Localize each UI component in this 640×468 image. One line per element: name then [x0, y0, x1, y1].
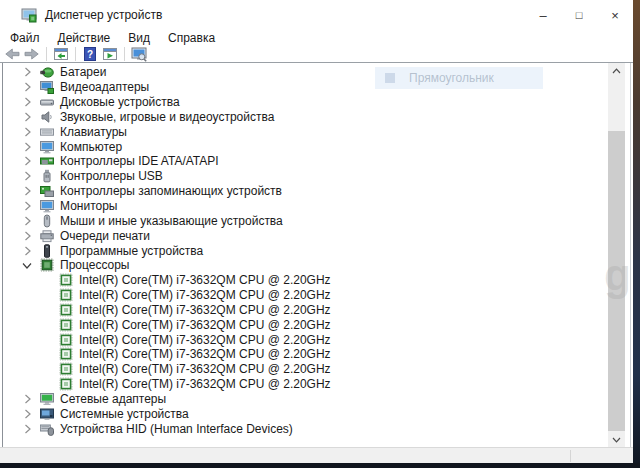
device-tree-panel: Батареи Видеоадаптеры Дисковые устройств… [2, 63, 631, 447]
sound-device-icon [40, 110, 54, 124]
close-button[interactable]: × [597, 0, 633, 30]
tree-item[interactable]: Intel(R) Core(TM) i7-3632QM CPU @ 2.20GH… [3, 273, 603, 288]
hid-device-icon [40, 422, 54, 436]
chevron-right-icon[interactable] [21, 214, 34, 227]
tree-item-label: Контроллеры USB [60, 169, 163, 183]
tree-item[interactable]: Контроллеры IDE ATA/ATAPI [3, 154, 603, 169]
tree-item[interactable]: Intel(R) Core(TM) i7-3632QM CPU @ 2.20GH… [3, 288, 603, 303]
menu-file[interactable]: Файл [1, 30, 49, 46]
annotation-ghost-overlay: Прямоугольник [375, 67, 543, 89]
tree-item-label: Контроллеры запоминающих устройств [60, 184, 282, 198]
tree-item[interactable]: Мыши и иные указывающие устройства [3, 213, 603, 228]
chevron-right-icon[interactable] [21, 155, 34, 168]
menu-help[interactable]: Справка [159, 30, 224, 46]
chevron-right-icon[interactable] [21, 185, 34, 198]
cpu-child-icon [59, 318, 73, 332]
chevron-right-icon[interactable] [21, 110, 34, 123]
tree-item[interactable]: Intel(R) Core(TM) i7-3632QM CPU @ 2.20GH… [3, 303, 603, 318]
tree-item-label: Контроллеры IDE ATA/ATAPI [60, 154, 219, 168]
tree-item[interactable]: Устройства HID (Human Interface Devices) [3, 421, 603, 436]
tree-item[interactable]: Системные устройства [3, 406, 603, 421]
storage-controller-icon [40, 184, 54, 198]
tree-item[interactable]: Intel(R) Core(TM) i7-3632QM CPU @ 2.20GH… [3, 377, 603, 392]
scroll-down-icon[interactable] [608, 432, 625, 447]
chevron-right-icon[interactable] [21, 170, 34, 183]
tree-item-label: Батареи [60, 65, 106, 79]
scan-hardware-changes-icon[interactable] [131, 46, 147, 62]
menu-view[interactable]: Вид [119, 30, 159, 46]
window-title: Диспетчер устройств [45, 8, 162, 22]
cpu-icon [40, 258, 54, 272]
tree-item-label: Процессоры [60, 258, 130, 272]
cpu-child-icon [59, 377, 73, 391]
vertical-scrollbar[interactable] [608, 63, 625, 447]
desktop-background-bottom [0, 463, 640, 468]
chevron-right-icon[interactable] [21, 229, 34, 242]
device-manager-window: Диспетчер устройств – □ × Файл Действие … [0, 0, 633, 463]
system-device-icon [40, 407, 54, 421]
software-device-icon [40, 244, 54, 258]
minimize-button[interactable]: – [525, 0, 561, 30]
tree-item[interactable]: Intel(R) Core(TM) i7-3632QM CPU @ 2.20GH… [3, 347, 603, 362]
tree-item-label: Клавиатуры [60, 125, 127, 139]
tree-item[interactable]: Компьютер [3, 139, 603, 154]
chevron-right-icon[interactable] [21, 244, 34, 257]
tree-item[interactable]: Звуковые, игровые и видеоустройства [3, 110, 603, 125]
tree-item[interactable]: Мониторы [3, 199, 603, 214]
chevron-right-icon[interactable] [21, 200, 34, 213]
tree-item[interactable]: Intel(R) Core(TM) i7-3632QM CPU @ 2.20GH… [3, 317, 603, 332]
scroll-up-icon[interactable] [608, 63, 625, 78]
scrollbar-thumb[interactable] [608, 131, 625, 431]
tree-item-label: Intel(R) Core(TM) i7-3632QM CPU @ 2.20GH… [79, 333, 331, 347]
tree-item-label: Intel(R) Core(TM) i7-3632QM CPU @ 2.20GH… [79, 377, 331, 391]
back-icon[interactable] [4, 46, 20, 62]
chevron-right-icon[interactable] [21, 96, 34, 109]
chevron-right-icon[interactable] [21, 140, 34, 153]
statusbar [0, 447, 633, 463]
tree-item-label: Мыши и иные указывающие устройства [60, 214, 283, 228]
properties-icon[interactable] [102, 46, 118, 62]
device-tree: Батареи Видеоадаптеры Дисковые устройств… [3, 65, 603, 436]
tree-item-label: Intel(R) Core(TM) i7-3632QM CPU @ 2.20GH… [79, 273, 331, 287]
mouse-icon [40, 214, 54, 228]
tree-item[interactable]: Intel(R) Core(TM) i7-3632QM CPU @ 2.20GH… [3, 362, 603, 377]
tree-item[interactable]: Контроллеры USB [3, 169, 603, 184]
tree-item[interactable]: Intel(R) Core(TM) i7-3632QM CPU @ 2.20GH… [3, 332, 603, 347]
forward-icon[interactable] [24, 46, 40, 62]
rectangle-tool-icon [385, 73, 395, 83]
cpu-child-icon [59, 333, 73, 347]
cpu-child-icon [59, 303, 73, 317]
toolbar-separator [46, 47, 47, 61]
chevron-right-icon[interactable] [21, 66, 34, 79]
chevron-right-icon[interactable] [21, 81, 34, 94]
tree-item-label: Видеоадаптеры [60, 80, 149, 94]
chevron-right-icon[interactable] [21, 392, 34, 405]
computer-icon [40, 140, 54, 154]
toolbar: ? [0, 46, 633, 62]
tree-item-label: Очереди печати [60, 229, 150, 243]
svg-text:?: ? [87, 49, 93, 60]
tree-item[interactable]: Дисковые устройства [3, 95, 603, 110]
help-icon[interactable]: ? [82, 46, 98, 62]
disk-drive-icon [40, 95, 54, 109]
tree-item[interactable]: Очереди печати [3, 228, 603, 243]
tree-item-label: Системные устройства [60, 407, 189, 421]
tree-item-label: Intel(R) Core(TM) i7-3632QM CPU @ 2.20GH… [79, 347, 331, 361]
console-window-icon[interactable] [53, 46, 69, 62]
tree-item-label: Сетевые адаптеры [60, 392, 166, 406]
titlebar[interactable]: Диспетчер устройств – □ × [0, 0, 633, 30]
tree-item[interactable]: Сетевые адаптеры [3, 392, 603, 407]
statusbar-separator [570, 450, 571, 462]
chevron-down-icon[interactable] [21, 259, 34, 272]
chevron-right-icon[interactable] [21, 422, 34, 435]
tree-item[interactable]: Контроллеры запоминающих устройств [3, 184, 603, 199]
tree-item[interactable]: Процессоры [3, 258, 603, 273]
keyboard-icon [40, 125, 54, 139]
menu-action[interactable]: Действие [49, 30, 120, 46]
chevron-right-icon[interactable] [21, 125, 34, 138]
tree-item[interactable]: Программные устройства [3, 243, 603, 258]
chevron-right-icon[interactable] [21, 407, 34, 420]
tree-item[interactable]: Клавиатуры [3, 124, 603, 139]
cpu-child-icon [59, 347, 73, 361]
maximize-button[interactable]: □ [561, 0, 597, 30]
